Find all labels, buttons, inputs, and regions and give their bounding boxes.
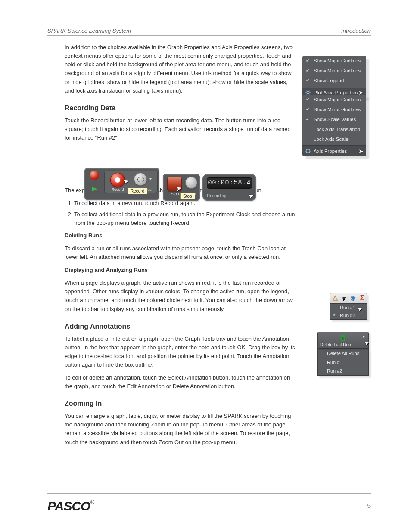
intro-paragraph: In addition to the choices available in … xyxy=(65,43,297,95)
svg-point-0 xyxy=(307,91,309,94)
brand-text: PASCO xyxy=(47,499,90,513)
delete-last-run-button[interactable]: Delete Last Run ▼ ➤ xyxy=(317,332,369,348)
svg-line-17 xyxy=(309,149,310,150)
menu-item-delete-all[interactable]: Delete All Runs xyxy=(318,349,368,358)
continuous-button-2[interactable] xyxy=(185,177,197,189)
page-number: 5 xyxy=(367,502,371,509)
registered-mark: ® xyxy=(90,499,94,505)
menu-item-show-legend[interactable]: Show Legend xyxy=(302,76,366,86)
delete-button-label: Delete Last Run xyxy=(320,342,351,347)
footer-rule xyxy=(47,493,371,494)
header-product: SPARK Science Learning System xyxy=(47,28,131,34)
svg-marker-18 xyxy=(333,296,337,300)
menu-item-lock-scale[interactable]: Lock Axis Scale xyxy=(302,134,366,144)
svg-line-8 xyxy=(309,91,310,91)
menu-item-lock-translation[interactable]: Lock Axis Translation xyxy=(302,124,366,134)
svg-point-9 xyxy=(307,150,309,152)
timer-readout: 00:00:58.4 xyxy=(207,177,252,189)
sigma-icon[interactable]: Σ xyxy=(359,295,365,301)
menu-item-run[interactable]: Run #1 xyxy=(318,358,368,367)
dropdown-arrow-icon[interactable]: ▼ xyxy=(362,335,366,339)
displaying-text: When a page displays a graph, the active… xyxy=(65,279,297,314)
svg-line-16 xyxy=(306,152,307,153)
menu-item-minor-gridlines[interactable]: Show Minor Gridlines xyxy=(302,105,366,115)
svg-line-5 xyxy=(306,91,307,91)
record-button[interactable] xyxy=(110,173,125,187)
svg-rect-21 xyxy=(340,335,346,336)
menu-item-major-gridlines[interactable]: Show Major Gridlines xyxy=(302,95,366,105)
svg-line-15 xyxy=(309,152,310,153)
recording-lead: Touch the Record button at lower left to… xyxy=(65,116,297,142)
delete-runs-popup[interactable]: Delete Last Run ▼ ➤ Delete All Runs Run … xyxy=(317,332,369,376)
menu-item-minor-gridlines[interactable]: Show Minor Gridlines xyxy=(302,66,366,76)
menu-item-run[interactable]: Run #2 xyxy=(318,367,368,375)
heading-displaying: Displaying and Analyzing Runs xyxy=(65,267,148,273)
heading-zoom: Zooming In xyxy=(65,398,297,409)
header-rule xyxy=(47,35,371,36)
menu-separator xyxy=(302,87,366,87)
svg-rect-22 xyxy=(342,337,342,340)
deleting-text: To discard a run or all runs associated … xyxy=(65,244,297,261)
record-tooltip: Record xyxy=(128,188,147,194)
menu-item-scale-values[interactable]: Show Scale Values xyxy=(302,115,366,124)
cursor-icon: ➤ xyxy=(358,148,364,155)
continuous-button[interactable] xyxy=(134,173,147,186)
run-chooser-menu[interactable]: Run #1 Run #2 xyxy=(330,303,367,320)
cursor-icon: ➤ xyxy=(248,191,255,199)
annotations-text2: To edit or delete an annotation, touch t… xyxy=(65,373,297,391)
snowflake-icon[interactable]: ✱ xyxy=(350,295,356,301)
heading-recording-data: Recording Data xyxy=(65,103,297,114)
dropdown-arrow-icon[interactable]: ▼ xyxy=(149,177,153,181)
triangle-icon[interactable] xyxy=(332,295,338,301)
heading-deleting: Deleting Runs xyxy=(65,232,102,239)
menu-separator xyxy=(302,145,366,146)
run-chooser-item[interactable]: Run #1 xyxy=(330,304,367,311)
stop-tooltip: Stop xyxy=(180,193,195,199)
heading-annotations: Adding Annotations xyxy=(65,321,297,332)
run-chooser-item[interactable]: Run #2 xyxy=(330,311,367,319)
gear-icon xyxy=(305,148,311,154)
header-section: Introduction xyxy=(341,28,371,34)
cursor-icon: ➤ xyxy=(364,339,370,347)
brand-logo: PASCO® xyxy=(47,499,94,513)
recording-step-2: To collect additional data in a previous… xyxy=(74,210,297,227)
run-chooser-toolbar[interactable]: ➤ ✱ Σ xyxy=(330,293,367,303)
menu-item-major-gridlines[interactable]: Show Major Gridlines xyxy=(302,56,366,66)
plot-area-context-menu[interactable]: Show Major Gridlines Show Minor Gridline… xyxy=(302,56,366,97)
experiment-clock-panel[interactable]: 00:00:58.4 Recording ➤ xyxy=(202,174,256,201)
trash-icon xyxy=(339,334,347,342)
record-button-label: Record xyxy=(108,187,127,192)
delete-runs-menu[interactable]: Delete All Runs Run #1 Run #2 xyxy=(317,348,369,376)
stop-toolbar-panel: Stop Cont ➤ Stop xyxy=(163,174,200,201)
svg-rect-23 xyxy=(342,337,343,340)
annotations-text: To label a place of interest on a graph,… xyxy=(65,335,297,370)
dropdown-arrow-icon[interactable]: ➤ xyxy=(341,295,347,301)
axis-context-menu[interactable]: Show Major Gridlines Show Minor Gridline… xyxy=(302,95,366,156)
play-icon xyxy=(92,187,97,191)
timer-status-label: Recording xyxy=(207,193,227,198)
run-chooser-popup[interactable]: ➤ ✱ Σ Run #1 Run #2 ➤ xyxy=(330,293,367,320)
svg-line-14 xyxy=(306,149,307,150)
record-indicator-icon xyxy=(90,171,99,180)
svg-rect-24 xyxy=(344,337,344,340)
zoom-text: You can enlarge a graph, table, digits, … xyxy=(65,412,297,447)
menu-item-label: Axis Properties xyxy=(314,149,347,154)
record-toolbar-panel: Record ▼ Continuous ➤ Record xyxy=(84,168,159,200)
body-text: In addition to the choices available in … xyxy=(65,43,297,451)
stop-button[interactable] xyxy=(167,177,182,191)
menu-item-axis-properties[interactable]: Axis Properties ➤ xyxy=(302,146,366,156)
